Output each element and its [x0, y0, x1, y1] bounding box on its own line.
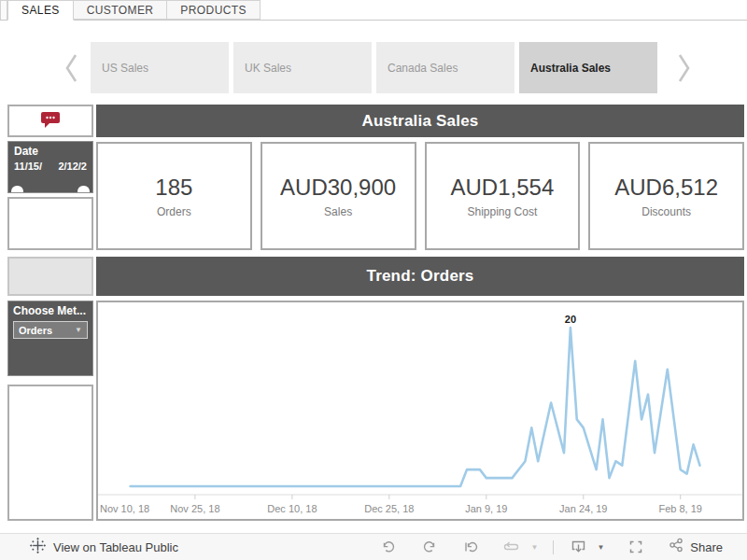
carousel-next-icon[interactable]	[669, 49, 698, 87]
fullscreen-icon[interactable]	[627, 539, 645, 555]
empty-panel-3	[7, 385, 93, 521]
redo-icon[interactable]	[420, 539, 439, 555]
svg-text:Jan 9, 19: Jan 9, 19	[465, 503, 507, 514]
refresh-caret-icon[interactable]: ▼	[530, 543, 538, 552]
story-point-us-sales[interactable]: US Sales	[91, 42, 229, 93]
story-carousel: US Sales UK Sales Canada Sales Australia…	[0, 42, 747, 93]
dashboard-title-text: Australia Sales	[362, 112, 479, 131]
kpi-value: AUD30,900	[280, 175, 396, 201]
tableau-logo-icon	[30, 538, 46, 557]
tab-sales[interactable]: SALES	[7, 0, 74, 21]
svg-text:Nov 25, 18: Nov 25, 18	[170, 503, 219, 514]
kpi-card-discounts: AUD6,512 Discounts	[588, 142, 744, 250]
download-device-icon[interactable]	[569, 539, 587, 555]
svg-text:Feb 8, 19: Feb 8, 19	[658, 503, 701, 514]
chevron-down-icon: ▼	[75, 326, 82, 334]
story-point-australia-sales[interactable]: Australia Sales	[519, 42, 657, 93]
carousel-prev-icon[interactable]	[58, 49, 86, 87]
kpi-label: Discounts	[641, 205, 691, 218]
svg-text:Dec 10, 18: Dec 10, 18	[267, 503, 317, 514]
sheet-tabbar: SALES CUSTOMER PRODUCTS	[0, 0, 747, 21]
svg-text:20: 20	[565, 314, 576, 325]
download-caret-icon[interactable]: ▼	[597, 543, 604, 552]
trend-section-title: Trend: Orders	[96, 257, 744, 296]
kpi-value: AUD1,554	[451, 175, 555, 201]
tab-partial[interactable]	[0, 0, 7, 20]
view-on-tableau-public[interactable]: View on Tableau Public	[30, 538, 178, 557]
trend-section-title-text: Trend: Orders	[366, 267, 473, 286]
metric-selector-panel: Choose Met... Orders ▼	[7, 301, 93, 376]
view-on-tableau-public-label: View on Tableau Public	[53, 540, 178, 554]
svg-text:Dec 25, 18: Dec 25, 18	[364, 503, 414, 514]
story-point-canada-sales[interactable]: Canada Sales	[376, 42, 514, 93]
kpi-card-orders: 185 Orders	[96, 142, 252, 250]
viz-toolbar: ▼ ▼	[379, 537, 723, 557]
story-point-uk-sales[interactable]: UK Sales	[233, 42, 372, 93]
kpi-value: AUD6,512	[614, 175, 718, 201]
kpi-label: Orders	[157, 205, 191, 218]
kpi-label: Sales	[324, 205, 352, 218]
dashboard-title: Australia Sales	[96, 105, 744, 137]
toolbar-divider	[553, 540, 554, 554]
kpi-value: 185	[155, 175, 192, 201]
tableau-dashboard: SALES CUSTOMER PRODUCTS US Sales UK Sale…	[0, 0, 747, 560]
comment-panel[interactable]	[7, 105, 93, 137]
kpi-row: 185 Orders AUD30,900 Sales AUD1,554 Ship…	[96, 142, 744, 250]
trend-line-chart[interactable]: Nov 10, 18Nov 25, 18Dec 10, 18Dec 25, 18…	[96, 301, 744, 521]
svg-text:Nov 10, 18: Nov 10, 18	[100, 503, 149, 514]
kpi-label: Shipping Cost	[468, 205, 538, 218]
reset-icon[interactable]	[461, 539, 480, 555]
comment-bubble-icon	[38, 110, 63, 133]
date-filter-end: 2/12/2	[58, 161, 87, 172]
tableau-footer-toolbar: View on Tableau Public	[0, 533, 747, 560]
share-label: Share	[690, 540, 723, 554]
refresh-icon[interactable]	[502, 539, 521, 555]
metric-dropdown[interactable]: Orders ▼	[13, 321, 88, 339]
empty-panel-2	[7, 257, 93, 296]
share-button[interactable]: Share	[668, 537, 723, 557]
metric-dropdown-value: Orders	[19, 325, 52, 336]
date-range-filter[interactable]: Date 11/15/ 2/12/2	[7, 141, 93, 193]
date-slider-handle-start[interactable]	[11, 186, 23, 192]
date-slider-handle-end[interactable]	[78, 186, 90, 192]
date-filter-start: 11/15/	[14, 161, 42, 172]
share-icon	[668, 537, 684, 557]
empty-panel-1	[7, 197, 93, 250]
date-filter-title: Date	[14, 145, 87, 158]
tab-customer[interactable]: CUSTOMER	[74, 0, 168, 20]
svg-text:Jan 24, 19: Jan 24, 19	[559, 503, 607, 514]
kpi-card-shipping-cost: AUD1,554 Shipping Cost	[425, 142, 581, 250]
tab-products[interactable]: PRODUCTS	[167, 0, 261, 20]
undo-icon[interactable]	[379, 539, 398, 555]
metric-selector-title: Choose Met...	[13, 304, 88, 317]
kpi-card-sales: AUD30,900 Sales	[261, 142, 416, 250]
